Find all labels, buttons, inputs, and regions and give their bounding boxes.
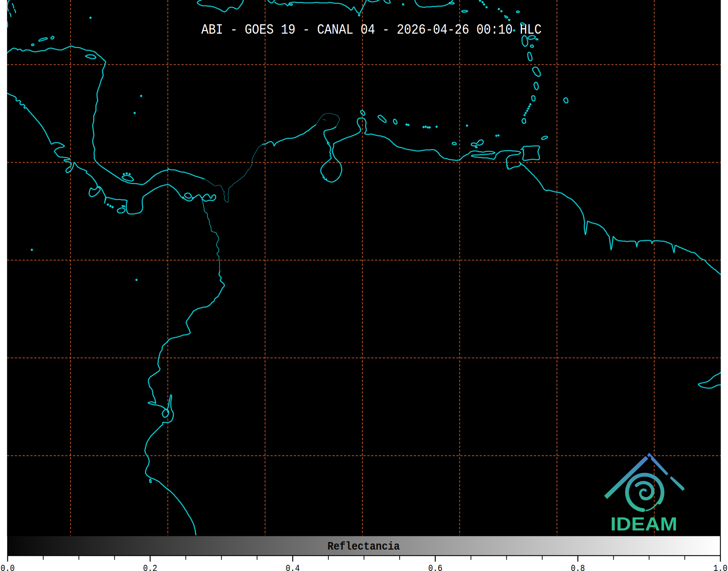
svg-text:0.8: 0.8 <box>571 563 585 571</box>
svg-text:0.2: 0.2 <box>143 563 157 571</box>
svg-text:Reflectancia: Reflectancia <box>328 540 400 553</box>
svg-text:IDEAM: IDEAM <box>610 513 677 534</box>
svg-text:0.6: 0.6 <box>428 563 442 571</box>
svg-text:0.0: 0.0 <box>1 563 15 571</box>
svg-text:ABI - GOES 19 - CANAL 04 - 202: ABI - GOES 19 - CANAL 04 - 2026-04-26 00… <box>201 22 542 38</box>
svg-text:0.4: 0.4 <box>286 563 300 571</box>
svg-text:1.0: 1.0 <box>714 563 728 571</box>
